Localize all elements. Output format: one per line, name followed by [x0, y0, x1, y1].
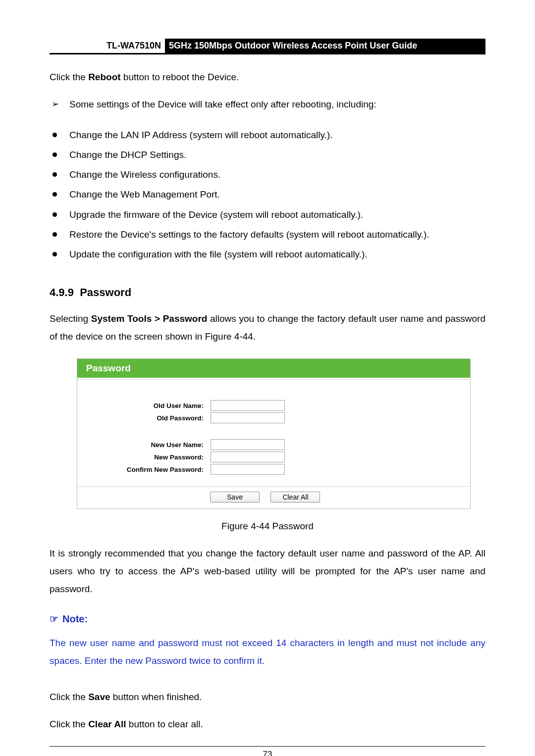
- pointing-hand-icon: ☞: [50, 613, 58, 624]
- list-item: Restore the Device's settings to the fac…: [50, 226, 485, 244]
- list-item: Change the LAN IP Address (system will r…: [50, 126, 485, 144]
- new-password-label: New Password:: [77, 454, 211, 461]
- reboot-instruction: Click the Reboot button to reboot the De…: [50, 68, 485, 86]
- old-user-input[interactable]: [211, 400, 285, 411]
- figure-caption: Figure 4-44 Password: [50, 521, 485, 532]
- old-password-label: Old Password:: [77, 414, 211, 422]
- document-title: 5GHz 150Mbps Outdoor Wireless Access Poi…: [165, 39, 485, 53]
- password-figure: Password Old User Name: Old Password: Ne…: [77, 358, 471, 509]
- note-heading: ☞Note:: [50, 613, 485, 625]
- save-instruction: Click the Save button when finished.: [50, 688, 485, 706]
- section-intro: Selecting System Tools > Password allows…: [50, 310, 485, 346]
- clear-all-button[interactable]: Clear All: [270, 492, 320, 503]
- list-item: Some settings of the Device will take ef…: [50, 96, 485, 113]
- page-footer: 73: [50, 746, 485, 756]
- reboot-reasons-list: Change the LAN IP Address (system will r…: [50, 126, 485, 263]
- new-user-label: New User Name:: [77, 441, 211, 449]
- confirm-password-label: Confirm New Password:: [77, 466, 211, 473]
- list-item: Update the configuration with the file (…: [50, 246, 485, 263]
- save-button[interactable]: Save: [210, 492, 260, 503]
- new-user-input[interactable]: [211, 439, 285, 450]
- list-item: Upgrade the firmware of the Device (syst…: [50, 206, 485, 224]
- old-user-label: Old User Name:: [77, 402, 211, 409]
- reboot-note-list: Some settings of the Device will take ef…: [50, 96, 485, 113]
- button-bar: Save Clear All: [77, 486, 470, 508]
- note-body: The new user name and password must not …: [50, 634, 485, 670]
- list-item: Change the Wireless configurations.: [50, 166, 485, 184]
- old-password-input[interactable]: [211, 412, 285, 423]
- figure-header: Password: [77, 359, 470, 378]
- page-number: 73: [263, 750, 272, 756]
- list-item: Change the DHCP Settings.: [50, 146, 485, 164]
- model-number: TL-WA7510N: [50, 39, 165, 53]
- password-form: Old User Name: Old Password: New User Na…: [77, 380, 470, 486]
- new-password-input[interactable]: [211, 452, 285, 462]
- section-heading: 4.9.9 Password: [50, 286, 485, 299]
- list-item: Change the Web Management Port.: [50, 186, 485, 203]
- confirm-password-input[interactable]: [211, 464, 285, 475]
- clear-instruction: Click the Clear All button to clear all.: [50, 715, 485, 733]
- recommendation-text: It is strongly recommended that you chan…: [50, 545, 485, 598]
- document-header: TL-WA7510N 5GHz 150Mbps Outdoor Wireless…: [50, 39, 485, 54]
